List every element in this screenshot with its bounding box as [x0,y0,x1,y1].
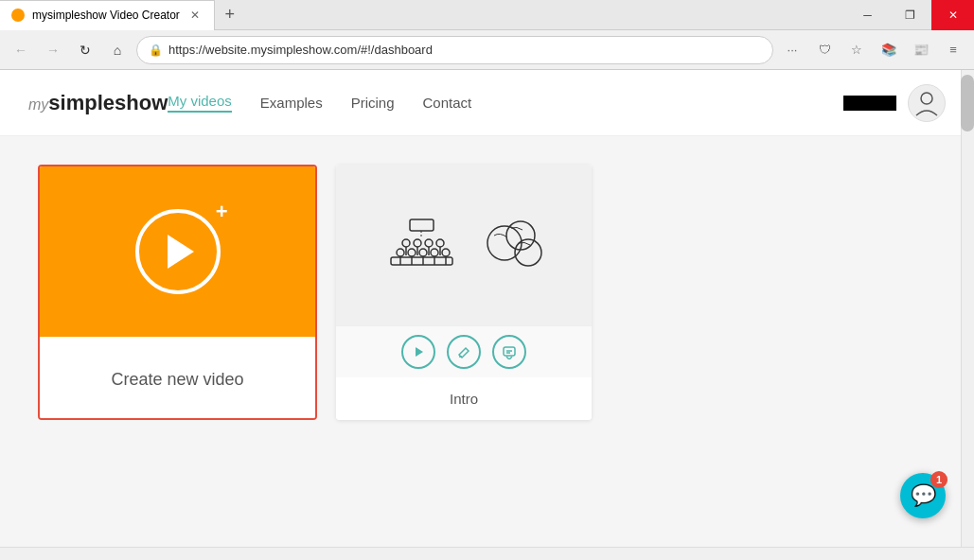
horizontal-scrollbar[interactable] [0,547,974,560]
create-card-label-area: Create new video [40,337,315,420]
bookmark-button[interactable]: ☆ [843,37,870,63]
nav-my-videos[interactable]: My videos [168,93,232,113]
create-new-video-card[interactable]: + Create new video [38,165,317,420]
logo-my: my [28,96,48,114]
forward-button[interactable]: → [40,37,66,63]
restore-button[interactable]: ❐ [889,0,931,30]
active-tab[interactable]: mysimpleshow Video Creator ✕ [0,0,215,30]
scrollbar-thumb[interactable] [961,75,974,131]
browser-window: mysimpleshow Video Creator ✕ + ─ ❐ ✕ ← → [0,0,974,560]
logo-simpleshow: simpleshow [48,91,168,115]
svg-rect-20 [410,219,434,231]
svg-point-14 [425,239,433,247]
plus-badge-icon: + [216,201,228,222]
play-icon [411,344,426,359]
video-card-thumbnail [336,165,592,325]
tab-title: mysimpleshow Video Creator [32,9,180,22]
avatar-icon [912,89,941,117]
share-button[interactable] [492,335,526,369]
svg-point-23 [506,221,535,250]
cta-button[interactable] [843,96,896,111]
svg-point-5 [431,249,438,256]
play-triangle-icon [168,235,194,269]
svg-point-12 [402,239,410,247]
vertical-scrollbar[interactable] [961,70,974,547]
site-logo[interactable]: my simpleshow [28,91,168,115]
video-card-title-area: Intro [336,377,592,420]
nav-links: My videos Examples Pricing Contact [168,93,471,113]
svg-point-22 [487,226,522,260]
tab-favicon [11,9,25,22]
edit-button[interactable] [447,335,481,369]
audience-thumbnail-icon [381,215,462,276]
site-nav: my simpleshow My videos Examples Pricing… [0,70,974,136]
nav-right [843,84,946,122]
menu-button[interactable]: ≡ [940,37,966,63]
chat-icon: 💬 [911,483,936,508]
home-button[interactable]: ⌂ [104,37,131,63]
shield-button[interactable]: 🛡 [811,37,838,63]
nav-pricing[interactable]: Pricing [351,95,395,111]
webpage: my simpleshow My videos Examples Pricing… [0,70,974,547]
comment-icon [502,344,517,359]
svg-point-15 [436,239,444,247]
tab-bar: mysimpleshow Video Creator ✕ + [0,0,846,30]
play-circle-icon [135,209,221,294]
svg-point-6 [442,249,450,256]
svg-point-4 [419,249,427,256]
history-button[interactable]: 📚 [876,37,902,63]
svg-point-13 [414,239,421,247]
svg-marker-25 [416,347,423,357]
more-button[interactable]: ··· [779,37,806,63]
chat-bubble-button[interactable]: 💬 1 [900,473,946,518]
refresh-button[interactable]: ↻ [72,37,98,63]
chat-notification-badge: 1 [930,471,947,488]
new-tab-button[interactable]: + [215,0,245,30]
reader-button[interactable]: 📰 [908,37,934,63]
edit-icon [456,344,471,359]
window-controls: ─ ❐ ✕ [846,0,974,29]
svg-point-2 [397,249,404,256]
video-title: Intro [450,391,478,407]
create-card-label: Create new video [111,370,243,390]
nav-contact[interactable]: Contact [423,95,472,111]
create-card-thumbnail: + [40,166,315,337]
video-card-intro: Intro [336,165,592,420]
back-button[interactable]: ← [8,37,34,63]
address-bar: ← → ↻ ⌂ 🔒 https://website.mysimpleshow.c… [0,30,974,70]
close-button[interactable]: ✕ [931,0,974,30]
svg-point-3 [408,249,416,256]
nav-examples[interactable]: Examples [260,95,323,111]
tab-close-button[interactable]: ✕ [187,8,203,23]
avatar[interactable] [908,84,946,122]
minimize-button[interactable]: ─ [846,0,889,30]
security-lock-icon: 🔒 [149,44,163,57]
balls-thumbnail-icon [481,215,547,276]
page-content: + Create new video [0,136,974,547]
url-text: https://website.mysimpleshow.com/#!/dash… [168,43,433,57]
video-card-actions [336,325,592,377]
create-icon: + [135,209,221,294]
svg-point-0 [921,93,932,104]
play-button[interactable] [401,335,435,369]
url-bar[interactable]: 🔒 https://website.mysimpleshow.com/#!/da… [136,36,773,64]
title-bar: mysimpleshow Video Creator ✕ + ─ ❐ ✕ [0,0,974,30]
